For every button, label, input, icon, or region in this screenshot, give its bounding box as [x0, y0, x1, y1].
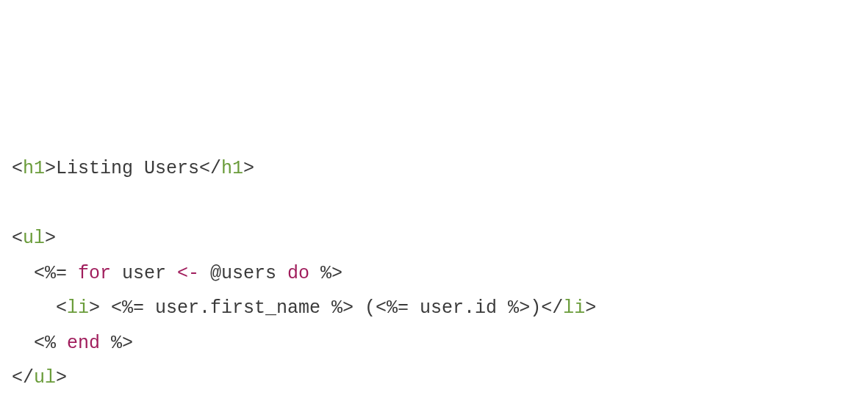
keyword-for: for: [78, 263, 111, 284]
angle-close: >: [243, 158, 254, 179]
angle-open: <: [12, 158, 23, 179]
angle-open: <: [12, 228, 23, 249]
text-content: >Listing Users</: [45, 158, 221, 179]
angle-open-slash: </: [12, 367, 34, 388]
code-line-7: </ul>: [12, 367, 67, 388]
li-content: > <%= user.first_name %> (<%= user.id %>…: [89, 297, 563, 319]
tag-li-close: li: [563, 297, 585, 319]
erb-open: <%: [12, 333, 67, 354]
arrow-op: <-: [177, 263, 199, 284]
text-user: user: [111, 263, 177, 284]
code-line-4: <%= for user <- @users do %>: [12, 263, 342, 284]
erb-open: <%=: [12, 263, 78, 284]
keyword-end: end: [67, 333, 100, 354]
angle-close: >: [56, 367, 67, 388]
keyword-do: do: [287, 263, 309, 284]
code-line-5: <li> <%= user.first_name %> (<%= user.id…: [12, 297, 596, 319]
angle-close: >: [45, 228, 56, 249]
code-block: <h1>Listing Users</h1> <ul> <%= for user…: [12, 151, 856, 398]
indent-angle-open: <: [12, 297, 67, 319]
code-line-1: <h1>Listing Users</h1>: [12, 158, 254, 179]
text-users: @users: [199, 263, 287, 284]
tag-h1-open: h1: [23, 158, 45, 179]
tag-h1-close: h1: [221, 158, 243, 179]
tag-ul-open: ul: [23, 228, 45, 249]
tag-li-open: li: [67, 297, 89, 319]
angle-close: >: [585, 297, 596, 319]
code-line-6: <% end %>: [12, 333, 133, 354]
erb-close: %>: [100, 333, 133, 354]
erb-close: %>: [309, 263, 342, 284]
code-line-3: <ul>: [12, 228, 56, 249]
tag-ul-close: ul: [34, 367, 56, 388]
